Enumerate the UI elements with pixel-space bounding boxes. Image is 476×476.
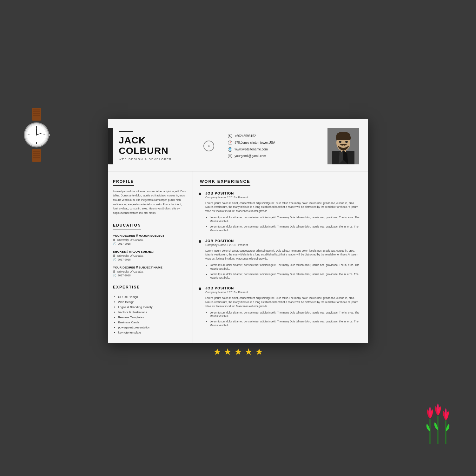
header-name-section: JACK COLBURN WEB DESIGN & DEVELOPER xyxy=(119,128,200,164)
contact-email: ✉ yourgamil@gamil.com xyxy=(228,154,322,158)
svg-rect-18 xyxy=(33,153,40,154)
job-desc-1: Lorem Ipsum dolor sit amet, consectetuer… xyxy=(205,201,360,213)
work-timeline: JOB POSITION Company Name // 2018 - Pres… xyxy=(200,191,360,327)
star-2: ★ xyxy=(224,347,232,357)
job-entry-2: JOB POSITION Company Name // 2018 - Pres… xyxy=(205,239,360,280)
edu-uni-1: 🏛 University Of Canada. xyxy=(113,238,187,241)
header-accent-bar xyxy=(108,128,113,164)
expertise-item-2: Web Design xyxy=(118,300,187,304)
job-title-1: JOB POSITION xyxy=(205,191,360,195)
job-meta-3: Company Name // 2018 - Present xyxy=(205,291,360,294)
candidate-title: WEB DESIGN & DEVELOPER xyxy=(119,158,200,161)
profile-text: Lorem Ipsum dolor sit amet, consectetuer… xyxy=(113,189,187,215)
svg-rect-20 xyxy=(33,157,40,158)
header-divider xyxy=(223,128,223,164)
star-rating: ★ ★ ★ ★ ★ xyxy=(213,347,263,357)
job-meta-1: Company Name // 2018 - Present xyxy=(205,196,360,199)
header-center-icon: ✦ xyxy=(200,128,218,164)
svg-point-31 xyxy=(345,141,348,143)
job-bullet-3-1: Lorem Ipsum dolor sit amet, consectetuer… xyxy=(210,311,360,319)
right-column: WORK EXPERIENCE JOB POSITION Company Nam… xyxy=(193,171,368,343)
svg-rect-3 xyxy=(33,113,40,114)
expertise-list: UI / UX Design Web Design Logos & Brandi… xyxy=(113,295,187,334)
page-background: JACK COLBURN WEB DESIGN & DEVELOPER ✦ 📞 … xyxy=(0,0,476,476)
job-title-2: JOB POSITION xyxy=(205,239,360,243)
building-icon-1: 🏛 xyxy=(113,238,116,241)
job-bullet-2-2: Lorem Ipsum dolor sit amet, consectetuer… xyxy=(210,273,360,280)
edu-uni-3: 🏛 University Of Canada. xyxy=(113,270,187,273)
job-bullets-2: Lorem Ipsum dolor sit amet, consectetuer… xyxy=(205,263,360,280)
svg-rect-4 xyxy=(33,115,40,116)
edu-year-3: 🕐 2017-2018 xyxy=(113,274,187,277)
contact-phone: 📞 +60248593152 xyxy=(228,134,322,138)
education-title: EDUCATION xyxy=(113,223,141,229)
star-3: ★ xyxy=(234,347,242,357)
left-column: PROFILE Lorem Ipsum dolor sit amet, cons… xyxy=(108,171,193,343)
edu-degree-3: YOUR DEGREE // SUBJECT NAME xyxy=(113,266,187,269)
timeline-dot-1 xyxy=(199,193,201,195)
expertise-title: EXPERTISE xyxy=(113,285,140,291)
expertise-item-5: Resume Templates xyxy=(118,315,187,319)
expertise-section: EXPERTISE UI / UX Design Web Design Logo… xyxy=(113,284,187,334)
candidate-name: JACK COLBURN xyxy=(119,135,200,156)
expertise-item-4: Vectors & Illustrations xyxy=(118,310,187,314)
contact-address: 📍 570,Jones clinton tower,USA xyxy=(228,141,322,145)
job-bullet-3-2: Lorem Ipsum dolor sit amet, consectetuer… xyxy=(210,320,360,327)
job-bullet-2-1: Lorem Ipsum dolor sit amet, consectetuer… xyxy=(210,263,360,271)
expertise-item-6: Business Cards xyxy=(118,321,187,324)
decorative-watch xyxy=(22,108,51,162)
work-experience-title: WORK EXPERIENCE xyxy=(200,179,250,186)
job-desc-2: Lorem Ipsum dolor sit amet, consectetuer… xyxy=(205,249,360,261)
edu-entry-2: DEGREE // MAJOR SUBJECT 🏛 University Of … xyxy=(113,250,187,261)
job-bullet-1-1: Lorem Ipsum dolor sit amet, consectetuer… xyxy=(210,216,360,223)
resume-header: JACK COLBURN WEB DESIGN & DEVELOPER ✦ 📞 … xyxy=(108,119,368,171)
job-entry-1: JOB POSITION Company Name // 2018 - Pres… xyxy=(205,191,360,233)
expertise-item-7: powerpoint presentation xyxy=(118,326,187,329)
name-top-bar xyxy=(119,131,133,132)
profile-section: PROFILE Lorem Ipsum dolor sit amet, cons… xyxy=(113,178,187,215)
job-bullets-1: Lorem Ipsum dolor sit amet, consectetuer… xyxy=(205,216,360,233)
job-entry-3: JOB POSITION Company Name // 2018 - Pres… xyxy=(205,286,360,327)
education-section: EDUCATION YOUR DEGREE // MAJOR SUBJECT 🏛… xyxy=(113,222,187,277)
website-icon: 🌐 xyxy=(228,147,232,152)
contact-website: 🌐 www.wedsitename.com xyxy=(228,147,322,152)
clock-icon-1: 🕐 xyxy=(113,242,116,245)
svg-rect-2 xyxy=(33,111,40,112)
svg-point-30 xyxy=(339,141,341,143)
svg-rect-17 xyxy=(33,151,40,152)
star-1: ★ xyxy=(213,347,221,357)
svg-rect-1 xyxy=(33,109,40,110)
edu-uni-2: 🏛 University Of Canada. xyxy=(113,254,187,257)
profile-title: PROFILE xyxy=(113,179,134,186)
edu-entry-3: YOUR DEGREE // SUBJECT NAME 🏛 University… xyxy=(113,266,187,277)
phone-icon: 📞 xyxy=(228,134,232,138)
building-icon-3: 🏛 xyxy=(113,270,116,273)
edu-year-1: 🕐 2017-2018 xyxy=(113,242,187,245)
edu-entry-1: YOUR DEGREE // MAJOR SUBJECT 🏛 Universit… xyxy=(113,234,187,245)
expertise-item-1: UI / UX Design xyxy=(118,295,187,299)
resume-page: JACK COLBURN WEB DESIGN & DEVELOPER ✦ 📞 … xyxy=(108,119,368,343)
expertise-item-8: keynote template xyxy=(118,331,187,334)
building-icon-2: 🏛 xyxy=(113,254,116,257)
svg-point-14 xyxy=(36,134,37,136)
job-meta-2: Company Name // 2018 - Present xyxy=(205,243,360,247)
email-icon: ✉ xyxy=(228,154,232,158)
contact-section: 📞 +60248593152 📍 570,Jones clinton tower… xyxy=(228,128,322,164)
edu-degree-2: DEGREE // MAJOR SUBJECT xyxy=(113,250,187,253)
resume-body: PROFILE Lorem Ipsum dolor sit amet, cons… xyxy=(108,171,368,343)
edu-degree-1: YOUR DEGREE // MAJOR SUBJECT xyxy=(113,234,187,237)
job-bullets-3: Lorem Ipsum dolor sit amet, consectetuer… xyxy=(205,311,360,328)
candidate-photo xyxy=(327,128,359,164)
timeline-dot-3 xyxy=(199,288,201,290)
job-desc-3: Lorem Ipsum dolor sit amet, consectetuer… xyxy=(205,296,360,308)
clock-icon-3: 🕐 xyxy=(113,274,116,277)
job-title-3: JOB POSITION xyxy=(205,286,360,290)
expertise-item-3: Logos & Branding Identity xyxy=(118,305,187,309)
location-icon: 📍 xyxy=(228,141,232,145)
svg-rect-19 xyxy=(33,155,40,156)
decorative-tulips xyxy=(414,393,459,444)
job-bullet-1-2: Lorem Ipsum dolor sit amet, consectetuer… xyxy=(210,225,360,233)
svg-rect-15 xyxy=(48,134,50,136)
edu-year-2: 🕐 2017-2018 xyxy=(113,258,187,261)
star-5: ★ xyxy=(255,347,263,357)
